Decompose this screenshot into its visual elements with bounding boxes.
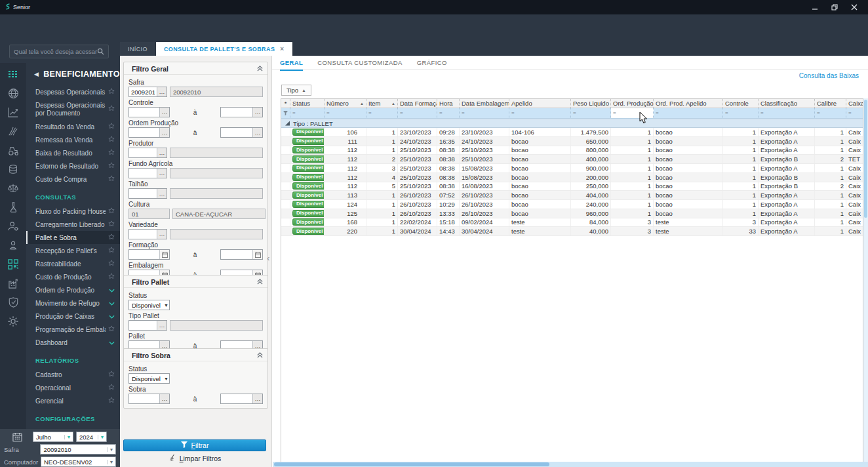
controle-de-input[interactable] (129, 108, 159, 117)
filter-cell-data_embalagem[interactable] (460, 108, 509, 118)
favorite-star-icon[interactable] (108, 260, 115, 268)
talhao-input[interactable] (129, 189, 157, 198)
favorite-star-icon[interactable] (108, 247, 115, 254)
globe-icon[interactable] (7, 87, 19, 99)
filter-cell-peso_liquido[interactable] (571, 108, 611, 118)
scale-icon[interactable] (7, 182, 19, 194)
sobra-status-select[interactable]: Disponivel▼ (128, 373, 170, 384)
table-row[interactable]: Disponivel168122/02/202415:1809/02/2024t… (281, 218, 863, 228)
tipo-pallet-lookup-button[interactable] (157, 321, 167, 330)
sobra-ate-input[interactable] (221, 394, 252, 403)
tipo-pallet-input[interactable] (129, 321, 157, 330)
favorite-star-icon[interactable] (108, 207, 115, 215)
filter-cell-hora[interactable] (437, 108, 460, 118)
calendar-icon[interactable] (252, 250, 262, 259)
favorite-star-icon[interactable] (108, 149, 115, 157)
gear-icon[interactable] (7, 315, 19, 327)
pallet-status-select[interactable]: Disponivel▼ (128, 300, 170, 310)
chevron-down-icon[interactable] (109, 300, 115, 307)
produtor-input[interactable] (129, 148, 157, 157)
main-tab-geral[interactable]: GERAL (280, 59, 303, 71)
sidebar-item[interactable]: Ordem de Produção (26, 283, 120, 296)
filter-cell-controle[interactable] (723, 108, 759, 118)
favorite-star-icon[interactable] (108, 325, 115, 333)
safra-lookup-button[interactable] (157, 87, 167, 96)
group-header-row[interactable]: Tipo : PALLET (281, 119, 863, 128)
favorite-star-icon[interactable] (108, 136, 115, 144)
minimize-button[interactable] (806, 1, 823, 13)
filter-cell-numero[interactable] (325, 108, 366, 118)
sidebar-title[interactable]: ◀ BENEFICIAMENTO (26, 63, 120, 85)
table-row[interactable]: Disponivel106123/10/202309:2823/10/20231… (281, 128, 863, 137)
sidebar-item[interactable]: Despesas Operacionais por Documento (26, 98, 120, 120)
sidebar-item[interactable]: Remessa da Venda (26, 133, 120, 146)
ordem-de-lookup-button[interactable] (159, 128, 169, 137)
sidebar-item[interactable]: Produção de Caixas (26, 310, 120, 323)
produtor-lookup-button[interactable] (157, 148, 167, 157)
column-header-numero[interactable]: Número▲ (325, 99, 366, 108)
favorite-star-icon[interactable] (108, 371, 115, 378)
limpar-filtros-button[interactable]: Limpar Filtros (123, 454, 266, 463)
qr-icon[interactable] (7, 258, 19, 270)
sidebar-item[interactable]: Carregamento Liberado (26, 218, 120, 231)
column-header-status[interactable]: Status (290, 99, 325, 108)
year-select[interactable]: 2024▼ (76, 432, 107, 442)
column-header-ord_producao[interactable]: Ord. Produção (611, 99, 654, 108)
user-lock-icon[interactable] (7, 239, 19, 251)
sobra-ate-lookup-button[interactable] (252, 394, 262, 403)
favorite-star-icon[interactable] (108, 162, 115, 170)
filter-cell-data_formacao[interactable] (398, 108, 437, 118)
safra-input[interactable] (129, 87, 157, 96)
restore-button[interactable] (826, 1, 843, 13)
column-header-item[interactable]: Item▲ (366, 99, 398, 108)
table-row[interactable]: Disponivel111124/10/202316:3524/10/2023b… (281, 137, 863, 146)
column-header-caixa[interactable]: Caixa (846, 99, 863, 108)
column-header-ord_prod_apelido[interactable]: Ord. Prod. Apelido (654, 99, 723, 108)
favorite-star-icon[interactable] (108, 88, 115, 96)
column-header-calibre[interactable]: Calibre (815, 99, 846, 108)
filter-funnel-icon[interactable] (281, 108, 290, 118)
consulta-das-baixas-link[interactable]: Consulta das Baixas (799, 72, 859, 79)
table-row[interactable]: Disponivel124126/10/202310:2926/10/2023b… (281, 200, 863, 209)
filter-cell-apelido[interactable] (509, 108, 571, 118)
filter-cell-calibre[interactable] (815, 108, 846, 118)
favorite-star-icon[interactable] (108, 123, 115, 131)
group-expand-icon[interactable] (285, 121, 290, 126)
sidebar-item[interactable]: Programação de Embalamento (26, 323, 120, 336)
sobra-de-lookup-button[interactable] (159, 394, 169, 403)
formacao-ate-input[interactable] (221, 250, 252, 259)
collapse-icon[interactable] (257, 352, 263, 359)
field-icon[interactable] (7, 125, 19, 137)
table-row[interactable]: Disponivel112125/10/202308:3825/10/2023b… (281, 146, 863, 155)
sidebar-item[interactable]: Estorno de Resultado (26, 159, 120, 173)
table-row[interactable]: Disponivel125126/10/202313:3326/10/2023b… (281, 209, 863, 218)
favorite-star-icon[interactable] (108, 220, 115, 228)
computador-select[interactable]: NEO-DESENV02▼ (41, 457, 116, 467)
chevron-down-icon[interactable] (109, 287, 115, 294)
formacao-de-input[interactable] (129, 250, 159, 259)
filter-cell-item[interactable] (366, 108, 398, 118)
filter-cell-caixa[interactable] (846, 108, 863, 118)
fundo-agricola-lookup-button[interactable] (157, 169, 167, 178)
table-row[interactable]: Disponivel112425/10/202308:3815/08/2023b… (281, 173, 863, 182)
close-tab-icon[interactable]: × (280, 45, 284, 52)
sidebar-item[interactable]: Resultado da Venda (26, 120, 120, 133)
favorite-star-icon[interactable] (108, 273, 115, 281)
close-button[interactable] (846, 1, 863, 13)
collapse-icon[interactable] (257, 65, 263, 73)
controle-ate-input[interactable] (221, 108, 252, 117)
column-header-data_embalagem[interactable]: Data Embalagem (460, 99, 509, 108)
table-row[interactable]: Disponivel220130/04/202414:4330/04/2024t… (281, 227, 863, 236)
sidebar-item[interactable]: Fluxo do Packing House (26, 205, 120, 218)
tractor-icon[interactable] (7, 144, 19, 156)
ordem-ate-input[interactable] (221, 128, 252, 137)
collapse-icon[interactable] (257, 278, 263, 286)
favorite-star-icon[interactable] (108, 175, 115, 183)
sobra-de-input[interactable] (129, 394, 159, 403)
workspace-tab-1[interactable]: CONSULTA DE PALLET'S E SOBRAS× (156, 42, 293, 56)
favorite-star-icon[interactable] (108, 384, 115, 392)
column-header-data_formacao[interactable]: Data Formação (398, 99, 437, 108)
grid-options-icon[interactable]: * (281, 99, 290, 108)
column-header-classificacao[interactable]: Classificação (759, 99, 815, 108)
back-arrow-icon[interactable]: ◀ (34, 71, 39, 77)
